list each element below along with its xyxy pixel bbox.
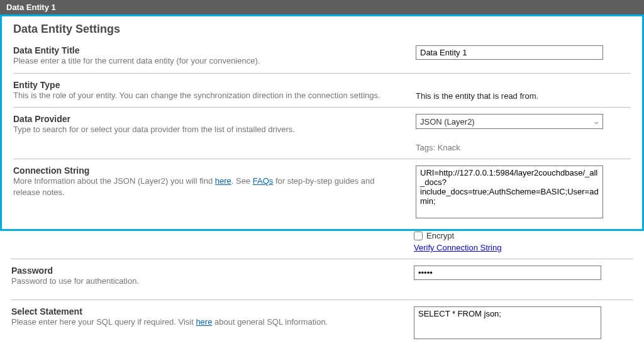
- window-titlebar: Data Entity 1: [0, 0, 644, 14]
- label-entity-type: Entity Type: [13, 80, 397, 90]
- encrypt-checkbox[interactable]: [414, 232, 423, 240]
- label-entity-title: Data Entity Title: [13, 45, 397, 55]
- highlighted-region: Data Entity Settings Data Entity Title P…: [0, 14, 644, 231]
- select-statement-here-link[interactable]: here: [196, 317, 212, 327]
- label-connection-string: Connection String: [13, 165, 397, 176]
- encrypt-label: Encrypt: [426, 231, 454, 240]
- row-entity-type: Entity Type This is the role of your ent…: [13, 73, 631, 108]
- data-provider-tags: Tags: Knack: [416, 143, 631, 152]
- help-connection-string: More Information about the JSON (Layer2)…: [13, 176, 397, 198]
- help-select-statement: Please enter here your SQL query if requ…: [11, 317, 395, 328]
- help-entity-title: Please enter a title for the current dat…: [13, 55, 397, 67]
- connection-string-faqs-link[interactable]: FAQs: [253, 176, 274, 186]
- connection-string-here-link[interactable]: here: [215, 176, 231, 186]
- help-data-provider: Type to search for or select your data p…: [13, 124, 397, 135]
- label-password: Password: [11, 266, 395, 276]
- row-data-provider: Data Provider Type to search for or sele…: [13, 107, 631, 159]
- entity-type-description: This is the entity that is read from.: [416, 80, 631, 101]
- select-statement-textarea[interactable]: SELECT * FROM json;: [414, 306, 601, 339]
- help-password: Password to use for authentication.: [11, 276, 395, 287]
- row-entity-title: Data Entity Title Please enter a title f…: [13, 45, 631, 73]
- window-title: Data Entity 1: [6, 3, 56, 12]
- label-select-statement: Select Statement: [11, 306, 395, 317]
- row-select-statement: Select Statement Please enter here your …: [11, 300, 633, 341]
- row-password: Password Password to use for authenticat…: [11, 259, 633, 293]
- encrypt-row: Encrypt: [414, 231, 601, 240]
- verify-connection-link[interactable]: Verify Connection String: [414, 243, 501, 252]
- chevron-down-icon: ⌵: [594, 118, 599, 126]
- label-data-provider: Data Provider: [13, 114, 397, 124]
- connection-string-textarea[interactable]: URI=http://127.0.0.1:5984/layer2couchdba…: [416, 165, 603, 218]
- entity-title-input[interactable]: [416, 45, 603, 60]
- data-provider-select[interactable]: JSON (Layer2) ⌵: [416, 114, 603, 129]
- help-entity-type: This is the role of your entity. You can…: [13, 90, 397, 101]
- data-provider-selected: JSON (Layer2): [420, 117, 475, 126]
- panel-title: Data Entity Settings: [13, 23, 631, 36]
- password-input[interactable]: [414, 266, 601, 280]
- row-connection-string: Connection String More Information about…: [13, 159, 631, 220]
